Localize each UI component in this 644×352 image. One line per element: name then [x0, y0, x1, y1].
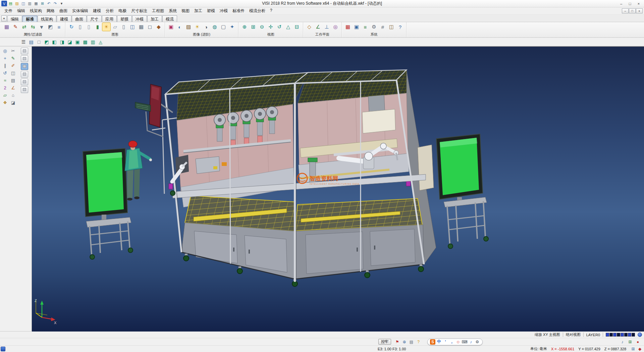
viewport-3d[interactable]: 智造资料网 INTELLIGENT MANUFACTURING DATA Z X — [32, 46, 644, 331]
rotate-view-icon[interactable]: ↺ — [275, 23, 283, 31]
tray-network-icon[interactable]: ⊞ — [627, 339, 633, 345]
ime-emoji-icon[interactable]: ☺ — [455, 339, 461, 345]
bottom-view-icon[interactable]: ▥ — [90, 39, 96, 45]
panel-tab-icon[interactable] — [21, 79, 28, 85]
silhouette-icon[interactable]: ◆ — [155, 23, 163, 31]
zoom-window-icon[interactable]: ⊞ — [249, 23, 257, 31]
doc-status-icon[interactable]: ▤ — [409, 339, 414, 345]
ucs-status-icon[interactable]: ⊕ — [401, 339, 407, 345]
mesh-view-icon[interactable]: ▦ — [137, 23, 145, 31]
menu-item[interactable]: 网格 — [44, 7, 57, 14]
rotate-icon[interactable]: ↺ — [1, 69, 9, 77]
cylinder-view-icon[interactable]: ▯ — [120, 23, 128, 31]
multi-view-icon[interactable]: ⊟ — [293, 23, 301, 31]
viewport-config-icon[interactable]: ▤ — [28, 39, 35, 45]
workplane-icon[interactable]: ◇ — [305, 23, 313, 31]
materials-icon[interactable]: ◐ — [176, 23, 184, 31]
panel-tab-icon[interactable] — [21, 48, 28, 54]
shaded-icon[interactable]: ▮ — [94, 23, 102, 31]
workplane-align-icon[interactable]: ∠ — [314, 23, 322, 31]
line-color-icon[interactable]: ✎ — [11, 23, 19, 31]
view-normal-icon[interactable]: △ — [284, 23, 292, 31]
layer-manager-icon[interactable]: ≡ — [361, 23, 369, 31]
lock-toggle-button[interactable]: 控牢 — [378, 339, 391, 345]
ribbon-tab[interactable]: 加工 — [147, 15, 162, 22]
sketch-icon[interactable]: ✎ — [9, 54, 17, 62]
right-view-icon[interactable]: ▣ — [74, 39, 81, 45]
ribbon-tab[interactable]: 编辑 — [7, 15, 22, 22]
axonometric-view-icon[interactable]: ◬ — [97, 39, 104, 45]
modify-icon[interactable]: ✐ — [9, 62, 17, 69]
database-icon[interactable]: ◫ — [387, 23, 395, 31]
mdi-minimize-button[interactable]: – — [622, 8, 629, 13]
workplane-reset-icon[interactable]: ◎ — [331, 23, 339, 31]
mdi-restore-button[interactable]: □ — [629, 8, 636, 13]
tray-message-icon[interactable]: ● — [635, 339, 641, 345]
panel-tab-icon[interactable] — [21, 71, 28, 78]
shadows-icon[interactable]: ◑ — [202, 23, 210, 31]
angle-icon[interactable]: ∠ — [9, 84, 17, 91]
segment[interactable] — [609, 333, 613, 337]
ime-bar[interactable]: S中’，☺⌨♪⚙ — [427, 339, 483, 345]
menu-item[interactable]: 尺寸标注 — [129, 7, 150, 14]
mirror-icon[interactable]: ◫ — [9, 69, 17, 77]
pattern-icon[interactable]: ❖ — [1, 99, 9, 106]
offset-icon[interactable]: ≈ — [1, 77, 9, 84]
ribbon-tab[interactable]: 模流 — [162, 15, 177, 22]
erase-icon[interactable]: ◪ — [9, 99, 17, 106]
snap-grid-icon[interactable]: + — [1, 54, 9, 62]
panel-tab-icon[interactable] — [21, 63, 28, 70]
single-view-icon[interactable]: □ — [36, 39, 42, 45]
copy-attributes-icon[interactable]: ⇆ — [29, 23, 37, 31]
coord-mode-icon[interactable]: ◆ — [637, 346, 643, 352]
menu-item[interactable]: 文件 — [2, 7, 15, 14]
segment[interactable] — [613, 333, 616, 337]
sogou-logo-icon[interactable]: S — [430, 339, 435, 345]
menu-item[interactable]: 标准件 — [230, 7, 247, 14]
menu-item[interactable]: 分析 — [103, 7, 116, 14]
segment[interactable] — [617, 333, 620, 337]
dynamic-view-icon[interactable]: ◫ — [128, 23, 137, 31]
ime-punct-icon[interactable]: ’ — [443, 339, 448, 345]
new-doc-icon[interactable]: ▤ — [8, 1, 13, 6]
minimize-button[interactable]: – — [617, 1, 625, 6]
ime-fullwidth-icon[interactable]: ， — [449, 339, 454, 345]
zoom-select-icon[interactable]: ◎ — [1, 47, 9, 54]
menu-item[interactable]: 编辑 — [15, 7, 28, 14]
ime-keyboard-icon[interactable]: ⌨ — [462, 339, 467, 345]
help-icon[interactable]: ? — [396, 23, 404, 31]
menu-item[interactable]: 工程图 — [150, 7, 166, 14]
tab-menu-arrow-icon[interactable]: ▼ — [1, 15, 7, 21]
edges-icon[interactable]: ◻ — [146, 23, 154, 31]
save-icon[interactable]: ◫ — [20, 1, 26, 6]
ribbon-tab[interactable]: 建模 — [57, 15, 71, 22]
notes-icon[interactable]: ▤ — [9, 77, 17, 84]
lights-icon[interactable]: ☀ — [193, 23, 201, 31]
parallel-icon[interactable]: ∥ — [1, 62, 9, 69]
ime-voice-icon[interactable]: ♪ — [468, 339, 474, 345]
menu-item[interactable]: 实体编辑 — [70, 7, 91, 14]
settings-gear-icon[interactable]: ⚙ — [370, 23, 378, 31]
menu-item[interactable]: 视图 — [179, 7, 192, 14]
segment[interactable] — [624, 333, 628, 337]
viewport-menu-icon[interactable]: ☰ — [20, 39, 27, 45]
print-icon[interactable]: ▥ — [27, 1, 33, 6]
compass-icon[interactable] — [638, 333, 642, 337]
environment-icon[interactable]: ◍ — [211, 23, 219, 31]
taskbar-corner-icon[interactable] — [1, 347, 5, 351]
segment[interactable] — [632, 333, 635, 337]
wireframe-icon[interactable]: ▯ — [76, 23, 84, 31]
snapshot-icon[interactable]: ✦ — [228, 23, 236, 31]
attributes-icon[interactable]: ▦ — [3, 23, 11, 31]
panel-tab-icon[interactable] — [21, 86, 28, 93]
snap-status-icon[interactable]: ⚑ — [394, 339, 400, 345]
menu-item[interactable]: 系统 — [166, 7, 179, 14]
ribbon-tab[interactable]: 线架构 — [38, 15, 56, 22]
menu-item[interactable]: 电极 — [116, 7, 129, 14]
dimension-icon[interactable]: 2 — [1, 84, 9, 91]
menu-item[interactable]: ? — [268, 7, 275, 14]
copy-icon[interactable]: ⊞ — [40, 1, 45, 6]
customize-toolbar-icon[interactable]: ▾ — [59, 1, 64, 6]
color-palette-icon[interactable]: ▦ — [344, 23, 352, 31]
trim-icon[interactable]: ✂ — [9, 47, 17, 54]
